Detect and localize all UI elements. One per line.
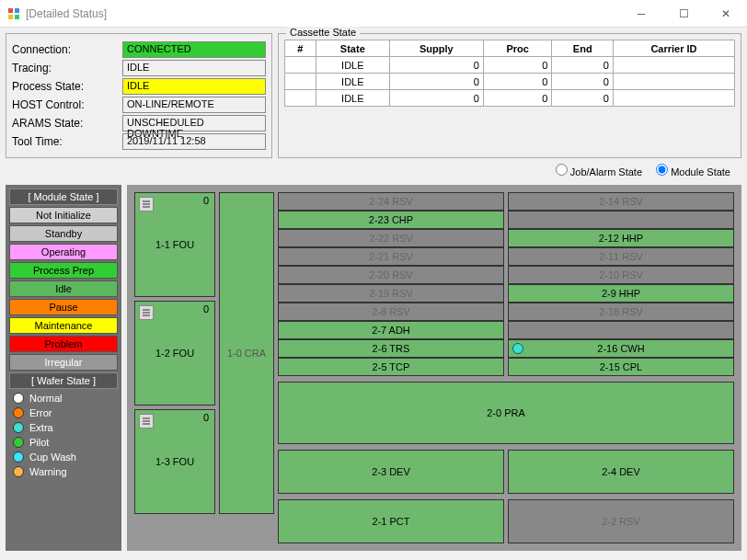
cassette-panel: Cassette State #StateSupplyProcEndCarrie… [278,33,741,158]
wafer-dot-icon [13,422,24,433]
status-label: Connection: [12,43,122,56]
wafer-state-header: [ Wafer State ] [9,372,118,389]
legend-item[interactable]: Standby [9,225,118,242]
status-label: Tracing: [12,62,122,74]
cra-module[interactable]: 1-0 CRA [219,192,274,514]
cassette-row[interactable]: IDLE000 [285,90,735,107]
cassette-row[interactable]: IDLE000 [285,57,735,74]
cassette-title: Cassette State [286,27,360,38]
wafer-legend-item: Extra [9,420,118,435]
module-cell[interactable]: 2-11 RSV [508,247,734,266]
legend-item[interactable]: Idle [9,280,118,297]
wafer-dot-icon [13,466,24,477]
status-panel: Connection:CONNECTEDTracing:IDLEProcess … [6,33,272,158]
wafer-legend-item: Pilot [9,435,118,450]
legend-item[interactable]: Not Initialize [9,207,118,223]
titlebar: [Detailed Status] ─ ☐ ✕ [0,0,747,28]
module-area: 01-1 FOU01-2 FOU01-3 FOU 1-0 CRA 2-24 RS… [127,185,741,551]
fou-module[interactable]: 01-1 FOU [134,192,215,297]
cassette-icon [139,305,154,320]
wafer-indicator-icon [512,343,523,354]
maximize-button[interactable]: ☐ [662,0,705,28]
status-label: HOST Control: [12,98,122,111]
status-label: ARAMS State: [12,117,122,130]
window-title: [Detailed Status] [26,7,107,20]
app-icon [7,7,20,20]
module-cell[interactable]: 2-16 CWH [508,339,734,358]
pct-module[interactable]: 2-2 RSV [508,499,734,543]
module-cell[interactable]: 2-18 RSV [508,303,734,321]
status-value: UNSCHEDULED DOWNTIME [122,115,266,131]
module-cell[interactable]: 2-10 RSV [508,266,734,284]
wafer-legend-item: Cup Wash [9,450,118,464]
pra-module[interactable]: 2-0 PRA [278,382,734,444]
module-cell[interactable]: 2-12 HHP [508,229,734,247]
pct-module[interactable]: 2-1 PCT [278,499,504,543]
legend-item[interactable]: Irregular [9,354,118,371]
cassette-table: #StateSupplyProcEndCarrier ID IDLE000IDL… [284,40,735,107]
module-cell[interactable]: 2-20 RSV [278,266,504,284]
module-cell[interactable]: 2-23 CHP [278,211,504,229]
dev-module[interactable]: 2-3 DEV [278,450,504,494]
status-label: Process State: [12,80,122,93]
module-cell[interactable]: 2-22 RSV [278,229,504,247]
status-value: 2019/11/11 12:58 [122,133,266,150]
wafer-dot-icon [13,451,24,463]
wafer-legend-item: Normal [9,391,118,406]
close-button[interactable]: ✕ [705,0,747,28]
status-value: IDLE [122,60,266,76]
module-cell[interactable]: 2-21 RSV [278,247,504,266]
module-cell[interactable]: 2-15 CPL [508,358,734,376]
module-radio[interactable]: Module State [656,166,730,177]
module-cell[interactable]: 2-6 TRS [278,339,504,358]
legend-item[interactable]: Maintenance [9,317,118,334]
view-radio-row: Job/Alarm State Module State [6,158,741,179]
cassette-icon [139,414,154,429]
wafer-legend-item: Warning [9,464,118,479]
module-state-header: [ Module State ] [9,189,118,205]
module-cell[interactable]: 2-9 HHP [508,284,734,303]
legend-item[interactable]: Pause [9,299,118,315]
wafer-dot-icon [13,407,24,418]
status-value: CONNECTED [122,41,266,58]
status-value: ON-LINE/REMOTE [122,97,266,113]
cassette-icon [139,197,154,211]
fou-module[interactable]: 01-2 FOU [134,301,215,406]
module-cell[interactable]: 2-14 RSV [508,192,734,211]
jobalarm-radio[interactable]: Job/Alarm State [556,166,642,177]
wafer-legend-item: Error [9,406,118,420]
wafer-dot-icon [13,393,24,404]
status-value: IDLE [122,78,266,95]
module-cell[interactable] [508,211,734,229]
module-cell[interactable]: 2-8 RSV [278,303,504,321]
fou-module[interactable]: 01-3 FOU [134,409,215,514]
status-label: Tool Time: [12,135,122,148]
module-cell[interactable] [508,321,734,339]
module-cell[interactable]: 2-24 RSV [278,192,504,211]
legend-item[interactable]: Process Prep [9,262,118,279]
module-cell[interactable]: 2-7 ADH [278,321,504,339]
legend-panel: [ Module State ] Not InitializeStandbyOp… [6,185,121,551]
wafer-dot-icon [13,437,24,448]
module-cell[interactable]: 2-19 RSV [278,284,504,303]
legend-item[interactable]: Operating [9,244,118,260]
legend-item[interactable]: Problem [9,336,118,352]
module-cell[interactable]: 2-5 TCP [278,358,504,376]
dev-module[interactable]: 2-4 DEV [508,450,734,494]
cassette-row[interactable]: IDLE000 [285,74,735,90]
minimize-button[interactable]: ─ [620,0,662,28]
